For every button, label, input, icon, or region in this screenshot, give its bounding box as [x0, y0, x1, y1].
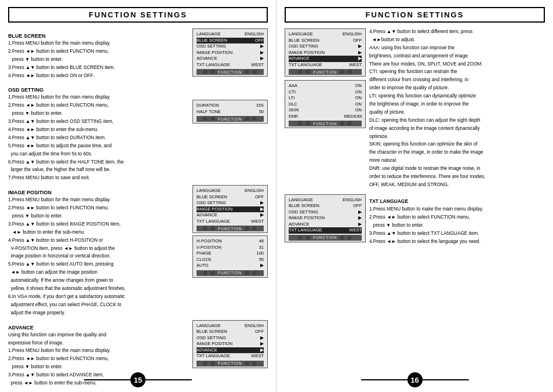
adv-rt18: DNR: use digital mode to restrain the im… [369, 165, 545, 172]
right-page-line-left [361, 379, 408, 380]
rs1r2: BLUE SCREENOFF [289, 38, 362, 44]
osd-step5b: you can adjust the time from 5s to 60s. [8, 151, 189, 158]
image-pos-heading: IMAGE POSITION [8, 190, 189, 195]
img-step3b: ◄► button to enter the sub-menu. [8, 229, 189, 236]
adv-rt16: the character in the image, in order to … [369, 149, 545, 156]
adv-rt5: There are four modes, ON, SPLIT, MOVE an… [369, 61, 545, 68]
osd-step2b: press ▼ button to enter. [8, 110, 189, 117]
rs3r5: ADVANCE▶ [289, 222, 362, 228]
screen1-row6: TXT LANGUAGEWEST [197, 62, 264, 68]
blue-screen-screen-col: LANGUAGEENGLISH BLUE SCREENOFF OSD SETTI… [192, 28, 268, 80]
s5r2: BLUE SCREENOFF [197, 329, 264, 335]
screen1-row2: BLUE SCREENOFF [197, 38, 264, 44]
s5r3: OSD SETTING▶ [197, 335, 264, 342]
txt-lang-right-text: TXT LANGUAGE 1.Press MENU button to make… [369, 194, 545, 246]
adv-rt7: different colour from crossing and inter… [369, 77, 545, 84]
screen2: DURATION15S HALF TONE50 ⬛⬛FUNCTION⬛⬛ [192, 100, 268, 124]
rs3r1: LANGUAGEENGLISH [289, 197, 362, 204]
img-step1: 1.Press MENU button for the main menu di… [8, 197, 189, 204]
img-step2: 2.Press ◄► button to select FUNCTION men… [8, 205, 189, 212]
img-step3: 3.Press ▲▼ button to select IMAGE POSITI… [8, 221, 189, 228]
right-page-line-right [423, 379, 469, 380]
screen1-footer: ⬛⬛FUNCTION⬛⬛ [197, 69, 264, 75]
osd-step7: 7.Press MENU button to save and exit. [8, 175, 189, 182]
rs2r1: AAAON [289, 83, 362, 89]
blue-screen-heading: BLUE SCREEN [8, 33, 189, 39]
left-page-line-left [84, 379, 130, 380]
rs2r5: SKINON [289, 107, 362, 114]
left-page-title: FUNCTION SETTINGS [8, 7, 268, 23]
osd-step3: 3.Press ▲▼ button to select OSD SETTING … [8, 118, 189, 125]
right-screens: LANGUAGEENGLISH BLUE SCREENOFF OSD SETTI… [285, 28, 366, 190]
osd-step2: 2.Press ◄► button to select FUNCTION men… [8, 102, 189, 109]
left-page-number: 15 [84, 372, 192, 387]
osd-step4b: 4.Press ▲▼ button to select DURATION ite… [8, 135, 189, 141]
screen4-footer: ⬛⬛FUNCTION⬛⬛ [197, 270, 264, 276]
adv-rt9: LTI: opening this function can dynamical… [369, 93, 545, 100]
txt-language-section: LANGUAGEENGLISH BLUE SCREENOFF OSD SETTI… [285, 194, 545, 246]
s5r1: LANGUAGEENGLISH [197, 323, 264, 329]
s5r6: TXT LANGUAGEWEST [197, 353, 264, 360]
s4r3: PHASE100 [197, 251, 264, 257]
s4r5: AUTO▶ [197, 263, 264, 269]
txt-screens: LANGUAGEENGLISH BLUE SCREENOFF OSD SETTI… [285, 194, 366, 246]
image-pos-text: IMAGE POSITION 1.Press MENU button for t… [8, 185, 189, 317]
osd-setting-section: OSD SETTING 1.Press MENU button for the … [8, 82, 268, 183]
rs2r2: CTION [289, 89, 362, 96]
blue-screen-step2: 2.Press ◄► button to select FUNCTION men… [8, 48, 189, 55]
screen2-row2: HALF TONE50 [197, 109, 264, 115]
screen5-footer: ⬛⬛FUNCTION⬛⬛ [197, 361, 264, 366]
image-pos-screen-col: LANGUAGEENGLISH BLUE SCREENOFF OSD SETTI… [192, 185, 268, 317]
blue-screen-step4: 4.Press ◄► button to select ON or OFF. [8, 72, 189, 79]
s3r2: BLUE SCREENOFF [197, 194, 264, 201]
img-step6c: adjust the image properly. [8, 310, 189, 317]
rs3r6: TXT LANGUAGEWEST [289, 227, 362, 234]
img-step5b: ◄► button can adjust the image position [8, 269, 189, 276]
screen1-row3: OSD SETTING▶ [197, 43, 264, 50]
left-page: FUNCTION SETTINGS BLUE SCREEN 1.Press ME… [0, 0, 276, 392]
img-step2b: press ▼ button to enter. [8, 213, 189, 220]
osd-step6b: larger the value, the higher the half to… [8, 166, 189, 173]
s3r4: IMAGE POSITION▶ [197, 206, 264, 213]
txt-step4: 4.Press ◄► button to select the language… [369, 238, 545, 245]
rs1r1: LANGUAGEENGLISH [289, 31, 362, 38]
screen4: H-POSITION48 V-POSITION31 PHASE100 CLOCK… [192, 235, 268, 278]
txt-step3: 3.Press ▲▼ button to select TXT LANGUAGE… [369, 230, 545, 237]
osd-step4: 4.Press ◄► button to enter the sub-menu. [8, 126, 189, 133]
adv-rt14: optimize. [369, 133, 545, 140]
txt-step2b: press ▼ button to enter. [369, 222, 545, 229]
right-advance-section: LANGUAGEENGLISH BLUE SCREENOFF OSD SETTI… [285, 28, 545, 190]
rscreen2: AAAON CTION LTION DLCON SKINON DNRMEDIUM… [285, 80, 366, 128]
adv-rt10: the brightness of image, in order to imp… [369, 101, 545, 108]
rscreen1: LANGUAGEENGLISH BLUE SCREENOFF OSD SETTI… [285, 28, 366, 77]
image-position-section: IMAGE POSITION 1.Press MENU button for t… [8, 185, 268, 317]
adv-rt6: CTI: opening this function can restrain … [369, 68, 545, 75]
screen5: LANGUAGEENGLISH BLUE SCREENOFF OSD SETTI… [192, 320, 268, 368]
blue-screen-step3: 3.Press ▲▼ button to select BLUE SCREEN … [8, 64, 189, 71]
s3r1: LANGUAGEENGLISH [197, 188, 264, 194]
adv-rt12: DLC: opening this function can adjust th… [369, 117, 545, 124]
rs1r3: OSD SETTING▶ [289, 43, 362, 50]
osd-text: OSD SETTING 1.Press MENU button for the … [8, 82, 189, 183]
s5r4: IMAGE POSITION▶ [197, 341, 264, 347]
txt-lang-heading: TXT LANGUAGE [369, 198, 545, 205]
adv-rt17: more natural. [369, 157, 545, 164]
advance-screen-col: LANGUAGEENGLISH BLUE SCREENOFF OSD SETTI… [192, 320, 268, 388]
adv-rt11: quality of picture. [369, 109, 545, 116]
osd-step1: 1.Press MENU button for the main menu di… [8, 94, 189, 101]
img-step6: 6.In VGA mode, if you don't get a satisf… [8, 293, 189, 300]
img-step4b: V-POSITION item, press ◄► button to adju… [8, 245, 189, 252]
right-page-circle: 16 [408, 372, 423, 387]
adv-step2b: press ▼ button to enter. [8, 364, 189, 371]
rs1r4: IMAGE POSITION▶ [289, 50, 362, 56]
txt-step1: 1.Press MENU button to make the main men… [369, 206, 545, 213]
osd-heading: OSD SETTING [8, 87, 189, 93]
screen1: LANGUAGEENGLISH BLUE SCREENOFF OSD SETTI… [192, 28, 268, 77]
img-step4c: image position in horizontal or vertical… [8, 253, 189, 260]
adv-intro1: Using this function can improve the qual… [8, 332, 189, 339]
left-page-circle: 15 [130, 372, 145, 387]
screen1-row4: IMAGE POSITION▶ [197, 50, 264, 56]
right-page: FUNCTION SETTINGS LANGUAGEENGLISH BLUE S… [276, 0, 553, 392]
blue-screen-step1: 1.Press MENU button for the main menu di… [8, 40, 189, 47]
adv-rt2: ◄►button to adjust. [369, 37, 545, 43]
